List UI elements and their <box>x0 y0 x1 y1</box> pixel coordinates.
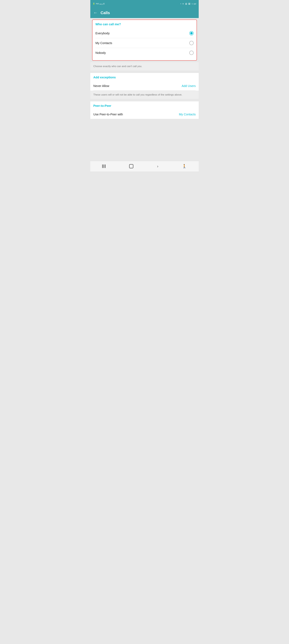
peer-to-peer-section: Peer-to-Peer Use Peer-to-Peer with My Co… <box>90 102 199 119</box>
header: ← Calls <box>90 8 199 18</box>
content-area: Who can call me? Everybody My Contacts N… <box>90 20 199 161</box>
radio-everybody[interactable]: Everybody <box>95 28 194 38</box>
add-exceptions-title: Add exceptions <box>93 76 196 79</box>
image-icon: 🖼 <box>188 3 190 5</box>
my-contacts-label: My Contacts <box>95 41 112 45</box>
status-bar-left: 🔋 ۴۷درصد 4G <box>93 3 105 5</box>
never-allow-label: Never Allow <box>93 84 109 88</box>
who-can-call-title: Who can call me? <box>95 22 194 26</box>
time-display: ۱۱:۵۶ <box>191 3 196 5</box>
battery-icon: 🔋 <box>93 3 95 5</box>
nav-bar: › 🚶 <box>90 161 199 172</box>
status-bar: 🔋 ۴۷درصد 4G • ✕ ⏻ 🖼 ۱۱:۵۶ <box>90 0 199 8</box>
nobody-label: Nobody <box>95 51 106 54</box>
everybody-label: Everybody <box>95 32 110 35</box>
peer-to-peer-title: Peer-to-Peer <box>93 104 196 108</box>
p2p-value[interactable]: My Contacts <box>179 113 196 116</box>
radio-my-contacts[interactable]: My Contacts <box>95 38 194 48</box>
nav-recents-button[interactable] <box>102 164 106 168</box>
status-bar-right: • ✕ ⏻ 🖼 ۱۱:۵۶ <box>180 3 196 5</box>
x-icon: ✕ <box>182 3 184 5</box>
nobody-radio[interactable] <box>189 51 194 55</box>
use-p2p-label: Use Peer-to-Peer with <box>93 113 123 116</box>
bottom-spacer <box>90 119 199 161</box>
nav-person-button[interactable]: 🚶 <box>182 164 187 169</box>
use-p2p-row: Use Peer-to-Peer with My Contacts <box>93 110 196 119</box>
never-allow-row: Never Allow Add Users <box>93 82 196 90</box>
dot-indicator: • <box>180 3 181 5</box>
power-icon: ⏻ <box>185 3 187 5</box>
add-users-button[interactable]: Add Users <box>182 84 196 88</box>
who-can-call-section: Who can call me? Everybody My Contacts N… <box>92 20 197 60</box>
nav-back-button[interactable]: › <box>157 164 158 169</box>
signal-text: ۴۷درصد 4G <box>96 3 105 5</box>
exceptions-description: These users will or will not be able to … <box>90 90 199 99</box>
page-title: Calls <box>101 10 110 15</box>
back-button[interactable]: ← <box>93 11 98 15</box>
everybody-radio[interactable] <box>189 31 194 35</box>
my-contacts-radio[interactable] <box>189 41 194 45</box>
add-exceptions-section: Add exceptions Never Allow Add Users <box>90 73 199 90</box>
who-can-call-description: Choose exactly who can and can't call yo… <box>90 62 199 70</box>
nav-home-button[interactable] <box>129 164 133 168</box>
radio-nobody[interactable]: Nobody <box>95 48 194 58</box>
